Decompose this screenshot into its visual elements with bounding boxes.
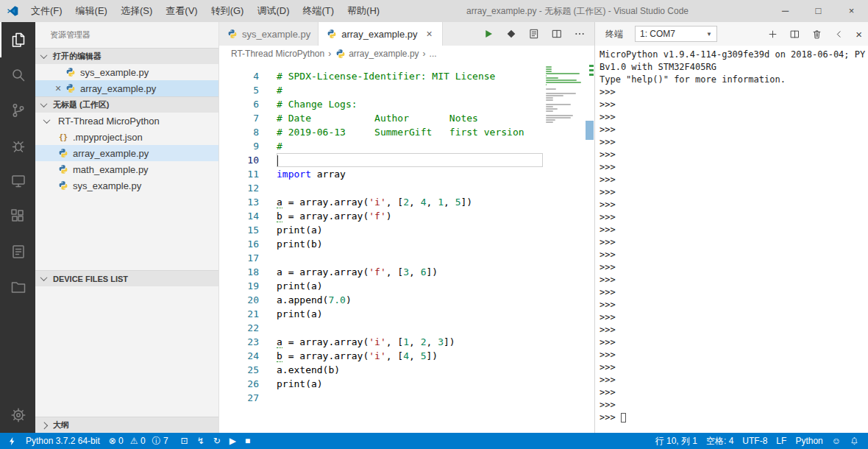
code-line[interactable]: print(a) — [277, 279, 543, 293]
flash-status-icon[interactable] — [3, 433, 21, 449]
menu-item-2[interactable]: 编辑(E) — [69, 0, 114, 22]
menu-item-4[interactable]: 查看(V) — [159, 0, 204, 22]
code-line[interactable]: import array — [277, 167, 543, 181]
menu-item-5[interactable]: 转到(G) — [204, 0, 251, 22]
line-number[interactable]: 19 — [219, 279, 259, 293]
line-number[interactable]: 8 — [219, 125, 259, 139]
kill-terminal-icon[interactable] — [811, 29, 822, 40]
sync-files-icon[interactable]: ↻ — [209, 433, 225, 449]
open-preview-icon[interactable] — [528, 28, 540, 40]
code-line[interactable]: print(b) — [277, 237, 543, 251]
stop-device-icon[interactable]: ■ — [241, 433, 255, 449]
breadcrumb-item[interactable]: array_example.py — [335, 49, 419, 59]
project-folder-icon[interactable] — [0, 269, 35, 305]
line-number[interactable]: 14 — [219, 209, 259, 223]
output-list-icon[interactable] — [0, 234, 35, 269]
line-number[interactable]: 4 — [219, 69, 259, 83]
eol-setting[interactable]: LF — [772, 433, 791, 449]
more-actions-icon[interactable] — [574, 28, 586, 40]
language-mode[interactable]: Python — [791, 433, 827, 449]
code-line[interactable] — [277, 251, 543, 265]
download-flash-icon[interactable]: ↯ — [193, 433, 209, 449]
terminal-select[interactable]: 1: COM7 ▼ — [635, 26, 717, 42]
notifications-bell-icon[interactable] — [845, 433, 864, 449]
code-line[interactable] — [277, 181, 543, 195]
menu-item-8[interactable]: 帮助(H) — [341, 0, 386, 22]
code-line[interactable]: b = array.array('f') — [277, 209, 543, 223]
minimap[interactable] — [546, 66, 584, 126]
line-number[interactable]: 18 — [219, 265, 259, 279]
code-line[interactable]: print(a) — [277, 377, 543, 391]
line-number[interactable]: 24 — [219, 349, 259, 363]
overview-ruler[interactable] — [585, 62, 594, 433]
line-number[interactable]: 23 — [219, 335, 259, 349]
tree-item[interactable]: {}.mpyproject.json — [35, 129, 218, 145]
line-number[interactable]: 13 — [219, 195, 259, 209]
workspace-header[interactable]: 无标题 (工作区) — [35, 96, 218, 113]
search-icon[interactable] — [0, 57, 35, 93]
line-number[interactable]: 16 — [219, 237, 259, 251]
split-terminal-icon[interactable] — [789, 29, 800, 40]
tab-sys_example.py[interactable]: sys_example.py — [219, 22, 319, 46]
terminal-output[interactable]: MicroPython v1.9.4-114-g309fe39d on 2018… — [595, 46, 868, 433]
run-debug-icon[interactable] — [505, 28, 517, 40]
line-number[interactable]: 25 — [219, 363, 259, 377]
outline-header[interactable]: 大纲 — [35, 417, 218, 433]
line-number[interactable]: 22 — [219, 321, 259, 335]
run-file-icon[interactable] — [483, 28, 494, 40]
tree-item[interactable]: math_example.py — [35, 161, 218, 177]
feedback-icon[interactable]: ☺ — [828, 433, 845, 449]
open-editors-header[interactable]: 打开的编辑器 — [35, 48, 218, 64]
terminal-tab[interactable]: 终端 — [601, 28, 627, 40]
problems-indicator[interactable]: ⊗ 0⚠ 0ⓘ 7 — [104, 433, 177, 449]
line-number[interactable]: 26 — [219, 377, 259, 391]
close-tab-icon[interactable]: × — [424, 28, 435, 40]
code-line[interactable] — [277, 391, 543, 405]
tree-item[interactable]: array_example.py — [35, 145, 218, 161]
minimize-button[interactable]: ─ — [769, 0, 802, 22]
breadcrumb[interactable]: RT-Thread MicroPython›array_example.py›.… — [219, 46, 594, 62]
code-line[interactable]: # — [277, 139, 543, 153]
line-number[interactable]: 5 — [219, 83, 259, 97]
menu-item-7[interactable]: 终端(T) — [296, 0, 341, 22]
code-line[interactable]: print(a) — [277, 223, 543, 237]
python-interpreter[interactable]: Python 3.7.2 64-bit — [21, 433, 104, 449]
line-number[interactable]: 21 — [219, 307, 259, 321]
gutter[interactable]: 4567891011121314151617181920212223242526… — [219, 62, 265, 433]
extensions-icon[interactable] — [0, 199, 35, 234]
code-line[interactable]: # Change Logs: — [277, 97, 543, 111]
code-line[interactable]: # SPDX-License-Identifier: MIT License — [277, 69, 543, 83]
code-line[interactable]: print(a) — [277, 307, 543, 321]
line-number[interactable]: 15 — [219, 223, 259, 237]
code-line[interactable]: b = array.array('i', [4, 5]) — [277, 349, 543, 363]
run-on-device-icon[interactable]: ▶ — [225, 433, 241, 449]
line-number[interactable]: 7 — [219, 111, 259, 125]
tree-folder[interactable]: RT-Thread MicroPython — [35, 113, 218, 129]
split-editor-icon[interactable] — [551, 28, 563, 40]
indentation-setting[interactable]: 空格: 4 — [702, 433, 738, 449]
breadcrumb-item[interactable]: ... — [430, 49, 437, 59]
code-line[interactable] — [277, 321, 543, 335]
board-connect-icon[interactable]: ⊡ — [177, 433, 193, 449]
code-line[interactable]: a.extend(b) — [277, 363, 543, 377]
new-terminal-icon[interactable] — [767, 29, 778, 40]
code-editor[interactable]: # SPDX-License-Identifier: MIT License##… — [265, 62, 594, 433]
line-number[interactable]: 27 — [219, 391, 259, 405]
collapse-panel-icon[interactable] — [833, 29, 844, 40]
device-files-header[interactable]: DEVICE FILES LIST — [35, 270, 218, 286]
menu-item-1[interactable]: 文件(F) — [24, 0, 69, 22]
breadcrumb-item[interactable]: RT-Thread MicroPython — [231, 49, 324, 59]
line-number[interactable]: 11 — [219, 167, 259, 181]
close-panel-icon[interactable]: × — [855, 28, 862, 40]
line-number[interactable]: 6 — [219, 97, 259, 111]
tree-item[interactable]: sys_example.py — [35, 177, 218, 194]
code-line[interactable] — [277, 153, 543, 167]
source-control-icon[interactable] — [0, 93, 35, 128]
open-editor-item[interactable]: ×array_example.py — [35, 80, 218, 96]
code-line[interactable]: # Date Author Notes — [277, 111, 543, 125]
close-editor-icon[interactable]: × — [51, 82, 65, 94]
cursor-position[interactable]: 行 10, 列 1 — [651, 433, 702, 449]
code-line[interactable]: a = array.array('f', [3, 6]) — [277, 265, 543, 279]
line-number[interactable]: 9 — [219, 139, 259, 153]
encoding-setting[interactable]: UTF-8 — [738, 433, 772, 449]
